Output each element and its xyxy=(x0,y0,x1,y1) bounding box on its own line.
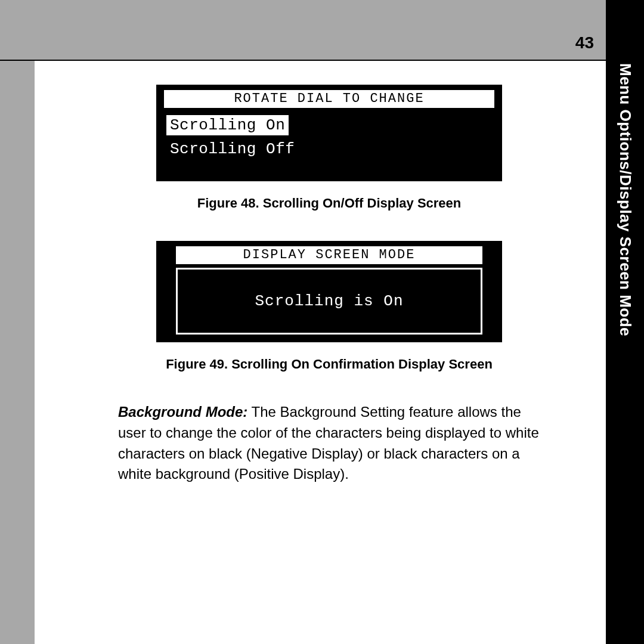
manual-page: Menu Options/Display Screen Mode 43 ROTA… xyxy=(0,0,644,644)
left-margin-band xyxy=(0,0,35,644)
page-number: 43 xyxy=(575,33,594,52)
figure-48-screen: ROTATE DIAL TO CHANGE Scrolling On Scrol… xyxy=(156,85,502,181)
figure-49-message: Scrolling is On xyxy=(255,292,403,310)
figure-49-header-wrap: DISPLAY SCREEN MODE xyxy=(176,246,482,264)
figure-48-header: ROTATE DIAL TO CHANGE xyxy=(164,90,494,108)
paragraph-lead: Background Mode: xyxy=(118,404,247,420)
figure-48-body: Scrolling On Scrolling Off xyxy=(158,108,500,179)
figure-49-header: DISPLAY SCREEN MODE xyxy=(176,246,482,264)
figure-49-body: Scrolling is On xyxy=(176,268,482,335)
side-tab-label: Menu Options/Display Screen Mode xyxy=(616,63,634,336)
figure-48-caption: Figure 48. Scrolling On/Off Display Scre… xyxy=(100,196,558,211)
background-mode-paragraph: Background Mode: The Background Setting … xyxy=(100,402,558,485)
scrolling-off-option: Scrolling Off xyxy=(166,139,298,159)
scrolling-on-option: Scrolling On xyxy=(166,115,289,135)
figure-49-caption: Figure 49. Scrolling On Confirmation Dis… xyxy=(100,357,558,372)
page-content: ROTATE DIAL TO CHANGE Scrolling On Scrol… xyxy=(35,61,606,485)
figure-49-screen: DISPLAY SCREEN MODE Scrolling is On xyxy=(156,241,502,342)
top-header-band xyxy=(0,0,606,61)
